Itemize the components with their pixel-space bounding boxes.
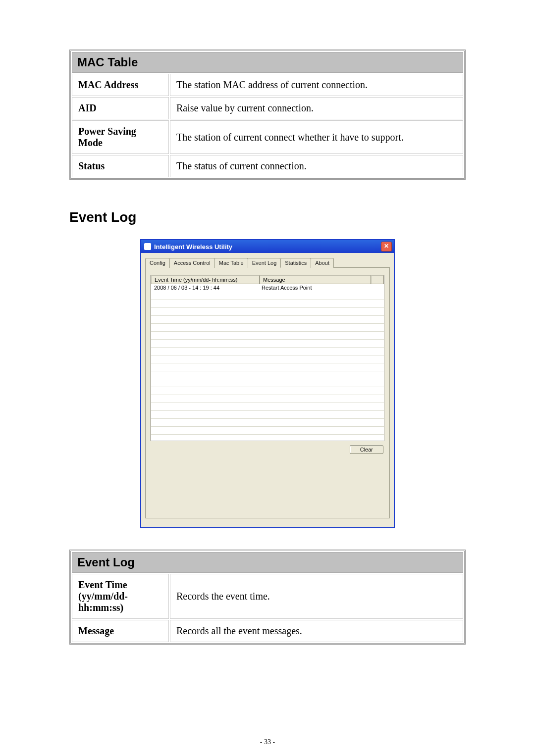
tabs: Config Access Control Mac Table Event Lo… [145,258,390,268]
row-desc: Raise value by current connection. [170,97,463,119]
event-log-title: Event Log [72,552,463,573]
row-label: Power Saving Mode [72,120,169,154]
row-desc: The station MAC address of current conne… [170,74,463,96]
tab-access-control[interactable]: Access Control [170,258,215,268]
log-row[interactable]: 2008 / 06 / 03 - 14 : 19 : 44 Restart Ac… [151,284,384,291]
table-row: Power Saving Mode The station of current… [72,120,463,154]
mac-table: MAC Table MAC Address The station MAC ad… [69,50,466,180]
row-label: Status [72,155,169,177]
table-row: MAC Address The station MAC address of c… [72,74,463,96]
row-label-line1: Event Time [78,579,127,590]
table-row: AID Raise value by current connection. [72,97,463,119]
row-label-line2: (yy/mm/dd-hh:mm:ss) [78,591,128,613]
table-row: Event Time (yy/mm/dd-hh:mm:ss) Records t… [72,574,463,619]
col-event-time[interactable]: Event Time (yy/mm/dd- hh:mm:ss) [151,275,260,284]
log-message: Restart Access Point [259,284,384,291]
row-label: MAC Address [72,74,169,96]
col-message[interactable]: Message [260,275,371,284]
tab-event-log[interactable]: Event Log [248,258,281,268]
row-desc: The status of current connection. [170,155,463,177]
log-column-headers: Event Time (yy/mm/dd- hh:mm:ss) Message [151,275,384,284]
tab-mac-table[interactable]: Mac Table [215,258,248,268]
utility-title: Intelligent Wireless Utility [154,243,232,251]
title-bar: Intelligent Wireless Utility ✕ [141,240,394,253]
row-label: Event Time (yy/mm/dd-hh:mm:ss) [72,574,169,619]
event-log-list[interactable]: Event Time (yy/mm/dd- hh:mm:ss) Message … [151,275,384,441]
tab-about[interactable]: About [311,258,334,268]
page-title: Event Log [69,209,466,225]
table-row: Status The status of current connection. [72,155,463,177]
clear-button[interactable]: Clear [350,445,383,454]
app-icon [144,243,151,250]
row-desc: Records the event time. [170,574,463,619]
close-icon: ✕ [384,243,389,250]
col-end [371,275,384,284]
utility-window: Intelligent Wireless Utility ✕ Config Ac… [141,240,394,527]
mac-table-title: MAC Table [72,52,463,73]
tab-statistics[interactable]: Statistics [281,258,311,268]
page-number: - 33 - [0,738,535,746]
row-label: AID [72,97,169,119]
row-desc: Records all the event messages. [170,620,463,642]
table-row: Message Records all the event messages. [72,620,463,642]
log-empty-grid [151,292,384,441]
close-button[interactable]: ✕ [381,242,392,252]
row-label: Message [72,620,169,642]
row-desc: The station of current connect whether i… [170,120,463,154]
event-log-table: Event Log Event Time (yy/mm/dd-hh:mm:ss)… [69,550,466,645]
tab-config[interactable]: Config [145,258,170,268]
log-time: 2008 / 06 / 03 - 14 : 19 : 44 [151,284,259,291]
